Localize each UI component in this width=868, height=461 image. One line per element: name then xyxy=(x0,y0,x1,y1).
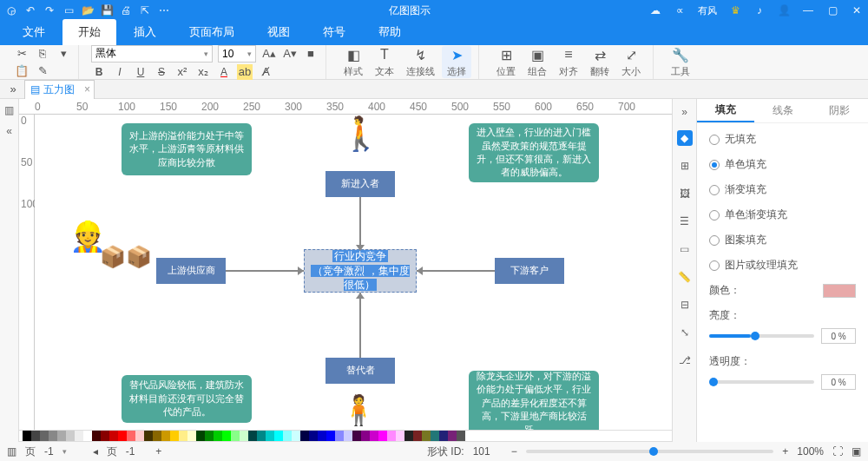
palette-swatch[interactable] xyxy=(431,431,439,441)
palette-swatch[interactable] xyxy=(448,431,457,441)
ruler-panel-icon[interactable]: 📏 xyxy=(677,269,693,285)
text-button[interactable]: T文本 xyxy=(370,46,399,78)
zoom-slider[interactable] xyxy=(526,450,774,453)
highlight-icon[interactable]: ■ xyxy=(303,46,319,62)
radio-texture[interactable]: 图片或纹理填充 xyxy=(709,258,856,273)
font-inc-icon[interactable]: A▴ xyxy=(261,46,277,62)
palette-swatch[interactable] xyxy=(240,431,248,441)
chevron-down-icon[interactable]: ▾ xyxy=(56,46,71,62)
palette-swatch[interactable] xyxy=(161,431,170,441)
table-panel-icon[interactable]: ⊟ xyxy=(677,297,693,313)
align-button[interactable]: ≡对齐 xyxy=(554,46,583,78)
maximize-icon[interactable]: ▢ xyxy=(826,4,838,16)
fill-panel-icon[interactable]: ◆ xyxy=(677,130,693,146)
print-icon[interactable]: 🖨 xyxy=(120,4,132,16)
palette-swatch[interactable] xyxy=(109,431,118,441)
note-entry[interactable]: 进入壁垒，行业的进入门槛虽然受政策的规范逐年提升，但还不算很高，新进入者的威胁偏… xyxy=(469,123,599,182)
palette-swatch[interactable] xyxy=(83,431,92,441)
palette-swatch[interactable] xyxy=(309,431,318,441)
palette-swatch[interactable] xyxy=(75,431,83,441)
palette-swatch[interactable] xyxy=(266,431,274,441)
panel-chevron-icon[interactable]: » xyxy=(681,106,687,118)
tool-button[interactable]: 🔧工具 xyxy=(666,46,695,78)
palette-swatch[interactable] xyxy=(404,431,413,441)
tabs-chevron-icon[interactable]: » xyxy=(5,82,21,97)
color-swatch[interactable] xyxy=(823,284,856,298)
save-icon[interactable]: 💾 xyxy=(101,4,113,16)
pages-icon[interactable]: ▥ xyxy=(7,445,16,458)
palette-swatch[interactable] xyxy=(370,431,378,441)
palette-swatch[interactable] xyxy=(326,431,335,441)
superscript-icon[interactable]: x² xyxy=(174,64,190,80)
italic-icon[interactable]: I xyxy=(112,64,128,80)
select-button[interactable]: ➤选择 xyxy=(442,46,471,78)
export-icon[interactable]: ⇱ xyxy=(139,4,151,16)
image-panel-icon[interactable]: 🖼 xyxy=(677,186,693,201)
palette-swatch[interactable] xyxy=(300,431,309,441)
bold-icon[interactable]: B xyxy=(91,64,107,80)
opacity-slider[interactable] xyxy=(709,380,814,384)
box-substitute[interactable]: 替代者 xyxy=(326,358,395,384)
font-select[interactable]: 黑体▾ xyxy=(91,45,213,63)
copy-icon[interactable]: ⎘ xyxy=(35,46,50,62)
radio-solid[interactable]: 单色填充 xyxy=(709,157,856,172)
transform-panel-icon[interactable]: ⤡ xyxy=(677,325,693,340)
palette-swatch[interactable] xyxy=(118,431,127,441)
cut-icon[interactable]: ✂ xyxy=(14,46,30,62)
box-new-entrant[interactable]: 新进入者 xyxy=(326,171,395,197)
chevron-left-icon[interactable]: « xyxy=(6,125,12,137)
radio-mono-gradient[interactable]: 单色渐变填充 xyxy=(709,207,856,222)
palette-swatch[interactable] xyxy=(361,431,370,441)
palette-swatch[interactable] xyxy=(49,431,57,441)
menu-insert[interactable]: 插入 xyxy=(118,19,172,45)
menu-layout[interactable]: 页面布局 xyxy=(174,19,250,45)
palette-swatch[interactable] xyxy=(231,431,240,441)
add-page-icon[interactable]: + xyxy=(155,445,161,458)
crown-icon[interactable]: ♛ xyxy=(729,4,741,16)
fullscreen-icon[interactable]: ▣ xyxy=(852,445,861,458)
strike-icon[interactable]: S xyxy=(154,64,169,80)
box-upstream[interactable]: 上游供应商 xyxy=(156,258,226,284)
connector-button[interactable]: ↯连接线 xyxy=(401,46,440,78)
close-icon[interactable]: ✕ xyxy=(851,4,863,16)
palette-swatch[interactable] xyxy=(292,431,300,441)
menu-help[interactable]: 帮助 xyxy=(363,19,417,45)
note-downstream[interactable]: 除龙头企业外，对下游的溢价能力处于偏低水平，行业产品的差异化程度还不算高，下游里… xyxy=(469,371,599,430)
more-icon[interactable]: ⋯ xyxy=(158,4,170,16)
palette-swatch[interactable] xyxy=(23,431,31,441)
zoom-in-icon[interactable]: + xyxy=(782,445,788,458)
palette-swatch[interactable] xyxy=(144,431,153,441)
palette-swatch[interactable] xyxy=(257,431,266,441)
tab-shadow[interactable]: 阴影 xyxy=(811,99,868,122)
palette-swatch[interactable] xyxy=(344,431,352,441)
branch-panel-icon[interactable]: ⎇ xyxy=(677,352,693,368)
new-icon[interactable]: ▭ xyxy=(62,4,75,16)
tab-fill[interactable]: 填充 xyxy=(697,99,754,122)
underline-icon[interactable]: U xyxy=(133,64,148,80)
note-substitute[interactable]: 替代品风险较低，建筑防水材料目前还没有可以完全替代的产品。 xyxy=(122,375,252,423)
menu-symbol[interactable]: 符号 xyxy=(307,19,361,45)
canvas[interactable]: 对上游的溢价能力处于中等水平，上游沥青等原材料供应商比较分散 进入壁垒，行业的进… xyxy=(35,115,672,430)
palette-swatch[interactable] xyxy=(31,431,40,441)
open-icon[interactable]: 📂 xyxy=(82,4,94,16)
bell-icon[interactable]: ♪ xyxy=(753,4,766,16)
palette-swatch[interactable] xyxy=(413,431,422,441)
palette-swatch[interactable] xyxy=(40,431,49,441)
palette-swatch[interactable] xyxy=(335,431,344,441)
palette-swatch[interactable] xyxy=(396,431,404,441)
chevron-down-icon[interactable]: ▾ xyxy=(62,447,67,456)
palette-swatch[interactable] xyxy=(135,431,144,441)
flip-button[interactable]: ⇄翻转 xyxy=(585,46,615,78)
paste-icon[interactable]: 📋 xyxy=(14,63,30,79)
clear-format-icon[interactable]: A̸ xyxy=(258,64,273,80)
font-dec-icon[interactable]: A▾ xyxy=(282,46,298,62)
palette-swatch[interactable] xyxy=(352,431,361,441)
color-palette[interactable] xyxy=(19,430,672,442)
box-downstream[interactable]: 下游客户 xyxy=(495,258,564,284)
palette-swatch[interactable] xyxy=(187,431,196,441)
palette-swatch[interactable] xyxy=(439,431,448,441)
cloud-icon[interactable]: ☁ xyxy=(649,4,661,16)
tab-line[interactable]: 线条 xyxy=(754,99,812,122)
palette-swatch[interactable] xyxy=(92,431,101,441)
user-icon[interactable]: 👤 xyxy=(778,4,790,16)
